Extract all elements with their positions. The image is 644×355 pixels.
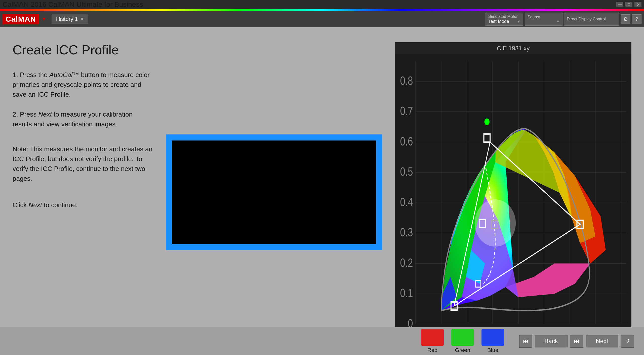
step1-text: 1. Press the AutoCal™ button to measure …	[13, 70, 153, 99]
click-text: Click Next to continue.	[13, 201, 153, 209]
rewind-button[interactable]: ⏮	[519, 335, 532, 348]
back-button[interactable]: Back	[535, 335, 568, 347]
svg-text:0.7: 0.7	[400, 104, 413, 118]
swatch-green: Green	[451, 329, 474, 353]
step1-tm: ™	[72, 71, 79, 79]
cie-chart: 0 0.1 0.2 0.3 0.4 0.5 0.6 0.7 0.8 0 0.1 …	[395, 54, 631, 344]
simulated-meter-value: Test Mode ▼	[488, 19, 520, 24]
svg-text:0.8: 0.8	[400, 74, 413, 87]
color-swatches: Red Green Blue	[421, 329, 504, 353]
svg-text:0.1: 0.1	[400, 286, 413, 300]
svg-text:0.4: 0.4	[400, 195, 413, 209]
history-tab[interactable]: History 1 ✕	[52, 14, 88, 24]
step1-italic: AutoCal	[49, 71, 73, 79]
titlebar-controls[interactable]: — □ ✕	[616, 2, 641, 7]
source-group[interactable]: Source ▼	[525, 13, 562, 26]
display-frame	[166, 134, 382, 250]
minimize-button[interactable]: —	[616, 2, 623, 7]
svg-text:0.3: 0.3	[400, 225, 413, 239]
toolbar: CalMAN ▼ History 1 ✕ Simulated Meter Tes…	[0, 11, 644, 27]
forward-button[interactable]: ⏭	[570, 335, 583, 348]
direct-display-control-group[interactable]: Direct Display Control	[564, 13, 619, 26]
simulated-meter-group[interactable]: Simulated Meter Test Mode ▼	[486, 13, 523, 26]
note-text: Note: This measures the monitor and crea…	[13, 144, 153, 184]
logo-dropdown-icon[interactable]: ▼	[42, 16, 47, 22]
step2-text: 2. Press Next to measure your calibratio…	[13, 110, 153, 129]
source-label: Source	[528, 15, 560, 19]
history-tab-label: History 1	[56, 16, 78, 22]
help-button[interactable]: ?	[632, 14, 641, 24]
nav-controls: ⏮ Back ⏭ Next ↺	[519, 335, 634, 348]
red-swatch	[421, 329, 444, 346]
source-value: ▼	[528, 19, 560, 23]
left-panel: Create ICC Profile 1. Press the AutoCal™…	[13, 42, 153, 342]
cie-chart-area: CIE 1931 xy	[395, 42, 631, 342]
titlebar-title: CalMAN 2016 CalMAN Ultimate for Business	[3, 1, 143, 9]
close-button[interactable]: ✕	[634, 2, 641, 7]
rainbow-bar	[0, 9, 644, 11]
source-dropdown-icon: ▼	[556, 19, 560, 23]
svg-point-42	[485, 119, 490, 125]
svg-rect-0	[395, 54, 631, 344]
swatch-blue: Blue	[481, 329, 504, 353]
swatch-red: Red	[421, 329, 444, 353]
svg-text:0.6: 0.6	[400, 134, 413, 148]
blue-swatch	[481, 329, 504, 346]
simulated-meter-label: Simulated Meter	[488, 14, 520, 19]
right-toolbar: Simulated Meter Test Mode ▼ Source ▼ Dir…	[486, 13, 641, 26]
step1-prefix: 1. Press the	[13, 71, 49, 79]
page-title: Create ICC Profile	[13, 42, 153, 57]
svg-text:0.2: 0.2	[400, 256, 413, 269]
svg-text:0.5: 0.5	[400, 165, 413, 178]
step2-italic: Next	[38, 111, 52, 118]
click-suffix: to continue.	[42, 201, 78, 209]
refresh-button[interactable]: ↺	[621, 335, 634, 348]
display-area	[166, 42, 382, 342]
display-screen	[172, 140, 376, 244]
green-label: Green	[455, 347, 470, 353]
green-swatch	[451, 329, 474, 346]
click-italic: Next	[29, 201, 42, 209]
cie-title: CIE 1931 xy	[395, 42, 631, 54]
titlebar: CalMAN 2016 CalMAN Ultimate for Business…	[0, 0, 644, 9]
step2-prefix: 2. Press	[13, 111, 38, 118]
blue-label: Blue	[487, 347, 498, 353]
history-tab-close-icon[interactable]: ✕	[80, 16, 84, 22]
main-content: Create ICC Profile 1. Press the AutoCal™…	[0, 27, 644, 355]
maximize-button[interactable]: □	[625, 2, 632, 7]
settings-button[interactable]: ⚙	[621, 14, 630, 24]
simulated-meter-dropdown-icon: ▼	[517, 19, 520, 23]
direct-display-control-label: Direct Display Control	[567, 17, 617, 21]
logo-text: CalMAN	[3, 14, 39, 24]
click-prefix: Click	[13, 201, 29, 209]
logo-area: CalMAN ▼	[3, 14, 47, 24]
red-label: Red	[427, 347, 437, 353]
bottom-nav: Red Green Blue ⏮ Back ⏭ Next ↺	[0, 327, 644, 355]
next-button[interactable]: Next	[586, 335, 618, 347]
